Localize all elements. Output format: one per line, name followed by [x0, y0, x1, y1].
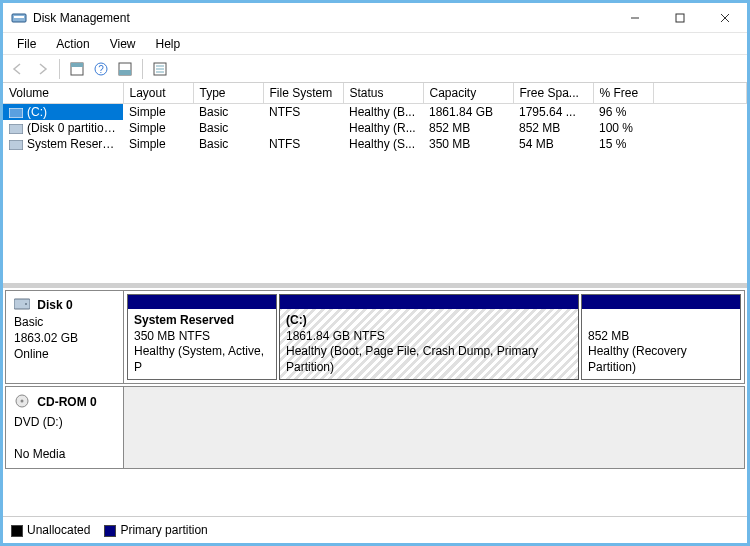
menu-view[interactable]: View — [100, 35, 146, 53]
partition-system-reserved[interactable]: System Reserved 350 MB NTFS Healthy (Sys… — [127, 294, 277, 380]
volume-pct: 96 % — [593, 103, 653, 120]
volume-icon — [9, 139, 23, 149]
col-volume[interactable]: Volume — [3, 83, 123, 103]
volume-free: 852 MB — [513, 120, 593, 136]
svg-rect-1 — [14, 16, 24, 18]
volume-type: Basic — [193, 103, 263, 120]
volume-layout: Simple — [123, 103, 193, 120]
svg-point-20 — [25, 303, 27, 305]
volume-capacity: 350 MB — [423, 136, 513, 152]
col-free-space[interactable]: Free Spa... — [513, 83, 593, 103]
svg-rect-7 — [71, 63, 83, 67]
partition-stripe — [280, 295, 578, 309]
swatch-unallocated — [11, 525, 23, 537]
disk-header[interactable]: CD-ROM 0 DVD (D:) No Media — [6, 387, 124, 468]
table-row[interactable]: (Disk 0 partition 3)SimpleBasicHealthy (… — [3, 120, 747, 136]
volume-table[interactable]: Volume Layout Type File System Status Ca… — [3, 83, 747, 152]
volume-icon — [9, 123, 23, 133]
volume-fs: NTFS — [263, 103, 343, 120]
volume-free: 1795.64 ... — [513, 103, 593, 120]
toolbar-separator — [59, 59, 60, 79]
view-bottom-button[interactable] — [114, 58, 136, 80]
table-row[interactable]: System ReservedSimpleBasicNTFSHealthy (S… — [3, 136, 747, 152]
maximize-button[interactable] — [657, 4, 702, 32]
volume-list-pane: Volume Layout Type File System Status Ca… — [3, 83, 747, 288]
graphical-view: Disk 0 Basic 1863.02 GB Online System Re… — [3, 288, 747, 516]
legend-unallocated: Unallocated — [11, 523, 90, 537]
view-top-button[interactable] — [66, 58, 88, 80]
volume-free: 54 MB — [513, 136, 593, 152]
window-title: Disk Management — [33, 11, 612, 25]
col-status[interactable]: Status — [343, 83, 423, 103]
volume-fs — [263, 120, 343, 136]
view-list-button[interactable] — [149, 58, 171, 80]
volume-fs: NTFS — [263, 136, 343, 152]
col-layout[interactable]: Layout — [123, 83, 193, 103]
disk-icon — [14, 299, 33, 313]
disk-size: 1863.02 GB — [14, 331, 78, 345]
menubar: File Action View Help — [3, 33, 747, 55]
svg-text:?: ? — [98, 64, 104, 75]
partition-info: 1861.84 GB NTFS — [286, 329, 385, 343]
cdrom-icon — [14, 398, 33, 412]
titlebar: Disk Management — [3, 3, 747, 33]
volume-pct: 100 % — [593, 120, 653, 136]
volume-layout: Simple — [123, 120, 193, 136]
menu-file[interactable]: File — [7, 35, 46, 53]
col-filesystem[interactable]: File System — [263, 83, 343, 103]
swatch-primary — [104, 525, 116, 537]
volume-name: System Reserved — [27, 137, 122, 151]
col-capacity[interactable]: Capacity — [423, 83, 513, 103]
partition-name: (C:) — [286, 313, 307, 327]
svg-rect-19 — [14, 299, 30, 309]
help-button[interactable]: ? — [90, 58, 112, 80]
col-spacer — [653, 83, 747, 103]
col-pct-free[interactable]: % Free — [593, 83, 653, 103]
volume-capacity: 1861.84 GB — [423, 103, 513, 120]
disk-title: Disk 0 — [37, 298, 72, 312]
svg-rect-16 — [9, 108, 23, 118]
volume-layout: Simple — [123, 136, 193, 152]
volume-pct: 15 % — [593, 136, 653, 152]
menu-action[interactable]: Action — [46, 35, 99, 53]
disk-state: Online — [14, 347, 49, 361]
partition-info: 350 MB NTFS — [134, 329, 210, 343]
col-type[interactable]: Type — [193, 83, 263, 103]
svg-point-22 — [21, 400, 24, 403]
svg-rect-18 — [9, 140, 23, 150]
cdrom-title: CD-ROM 0 — [37, 396, 96, 410]
disk-header[interactable]: Disk 0 Basic 1863.02 GB Online — [6, 291, 124, 383]
legend-primary: Primary partition — [104, 523, 207, 537]
partition-stripe — [582, 295, 740, 309]
back-button[interactable] — [7, 58, 29, 80]
disk-type: Basic — [14, 315, 43, 329]
partition-recovery[interactable]: 852 MB Healthy (Recovery Partition) — [581, 294, 741, 380]
partition-stripe — [128, 295, 276, 309]
app-icon — [11, 10, 27, 26]
minimize-button[interactable] — [612, 4, 657, 32]
svg-rect-17 — [9, 124, 23, 134]
volume-name: (C:) — [27, 105, 47, 119]
disk-row-cdrom[interactable]: CD-ROM 0 DVD (D:) No Media — [5, 386, 745, 469]
legend: Unallocated Primary partition — [3, 516, 747, 543]
volume-status: Healthy (S... — [343, 136, 423, 152]
toolbar: ? — [3, 55, 747, 83]
toolbar-separator — [142, 59, 143, 79]
partition-info: 852 MB — [588, 329, 629, 343]
cdrom-state: No Media — [14, 447, 65, 461]
svg-rect-3 — [676, 14, 684, 22]
volume-type: Basic — [193, 136, 263, 152]
menu-help[interactable]: Help — [146, 35, 191, 53]
close-button[interactable] — [702, 4, 747, 32]
partition-c[interactable]: (C:) 1861.84 GB NTFS Healthy (Boot, Page… — [279, 294, 579, 380]
table-row[interactable]: (C:)SimpleBasicNTFSHealthy (B...1861.84 … — [3, 103, 747, 120]
disk-row-disk0[interactable]: Disk 0 Basic 1863.02 GB Online System Re… — [5, 290, 745, 384]
partition-status: Healthy (Recovery Partition) — [588, 344, 687, 374]
svg-rect-11 — [119, 70, 131, 75]
volume-name: (Disk 0 partition 3) — [27, 121, 123, 135]
forward-button[interactable] — [31, 58, 53, 80]
volume-icon — [9, 107, 23, 117]
column-header-row[interactable]: Volume Layout Type File System Status Ca… — [3, 83, 747, 103]
volume-capacity: 852 MB — [423, 120, 513, 136]
disk-body: System Reserved 350 MB NTFS Healthy (Sys… — [124, 291, 744, 383]
